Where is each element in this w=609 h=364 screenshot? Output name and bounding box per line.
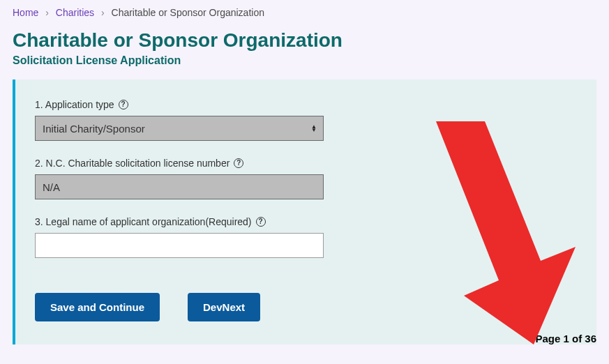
breadcrumb: Home › Charities › Charitable or Sponsor… [0,0,609,25]
breadcrumb-sep: › [45,7,49,18]
label-text: 3. Legal name of applicant organization(… [35,216,252,227]
application-type-select-wrap: Initial Charity/Sponsor ▲▼ [35,116,324,141]
application-type-select[interactable]: Initial Charity/Sponsor [35,116,324,141]
help-icon[interactable]: ? [256,217,266,227]
devnext-button[interactable]: DevNext [188,293,260,321]
license-number-input: N/A [35,174,324,199]
field-label: 3. Legal name of applicant organization(… [35,216,577,227]
form-panel: 1. Application type ? Initial Charity/Sp… [13,79,596,344]
label-text: 2. N.C. Charitable solicitation license … [35,158,230,169]
field-legal-name: 3. Legal name of applicant organization(… [35,216,577,258]
legal-name-input[interactable] [35,233,324,258]
title-block: Charitable or Sponsor Organization Solic… [0,25,609,79]
label-text: 1. Application type [35,99,114,110]
page-indicator: Page 1 of 36 [535,333,596,344]
field-application-type: 1. Application type ? Initial Charity/Sp… [35,99,577,141]
field-label: 1. Application type ? [35,99,577,110]
field-license-number: 2. N.C. Charitable solicitation license … [35,158,577,199]
page-subtitle: Solicitation License Application [13,54,596,67]
breadcrumb-current: Charitable or Sponsor Organization [112,7,264,18]
breadcrumb-home[interactable]: Home [13,7,38,18]
button-row: Save and Continue DevNext [35,293,577,321]
breadcrumb-charities[interactable]: Charities [56,7,94,18]
help-icon[interactable]: ? [234,158,243,168]
breadcrumb-sep: › [101,7,105,18]
field-label: 2. N.C. Charitable solicitation license … [35,158,577,169]
save-continue-button[interactable]: Save and Continue [35,293,160,321]
help-icon[interactable]: ? [119,100,128,109]
page-title: Charitable or Sponsor Organization [13,29,596,52]
